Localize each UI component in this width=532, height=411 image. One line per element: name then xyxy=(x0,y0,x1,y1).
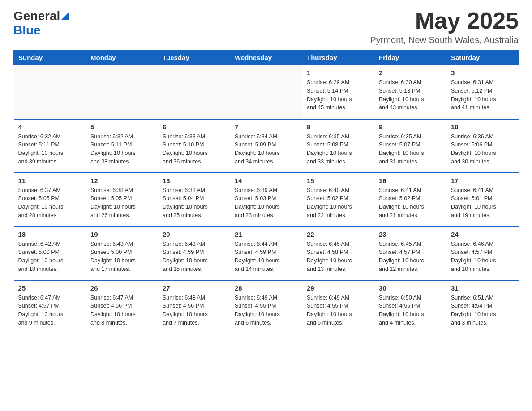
logo: General Blue xyxy=(13,9,69,38)
calendar-cell: 15Sunrise: 6:40 AM Sunset: 5:02 PM Dayli… xyxy=(302,173,374,227)
day-number: 24 xyxy=(451,231,514,238)
calendar-cell: 31Sunrise: 6:51 AM Sunset: 4:54 PM Dayli… xyxy=(446,280,519,334)
calendar-week-row: 4Sunrise: 6:32 AM Sunset: 5:11 PM Daylig… xyxy=(14,119,519,173)
day-info: Sunrise: 6:31 AM Sunset: 5:12 PM Dayligh… xyxy=(451,78,514,112)
logo-triangle-icon xyxy=(61,12,69,20)
calendar-cell: 14Sunrise: 6:39 AM Sunset: 5:03 PM Dayli… xyxy=(230,173,302,227)
day-info: Sunrise: 6:43 AM Sunset: 5:00 PM Dayligh… xyxy=(90,240,153,274)
calendar-cell xyxy=(86,65,158,119)
day-number: 28 xyxy=(235,284,297,292)
day-info: Sunrise: 6:38 AM Sunset: 5:05 PM Dayligh… xyxy=(90,186,153,220)
day-info: Sunrise: 6:39 AM Sunset: 5:03 PM Dayligh… xyxy=(235,186,297,220)
logo-text-area: General Blue xyxy=(13,9,69,38)
calendar-cell xyxy=(158,65,230,119)
day-info: Sunrise: 6:38 AM Sunset: 5:04 PM Dayligh… xyxy=(163,186,225,220)
day-info: Sunrise: 6:34 AM Sunset: 5:09 PM Dayligh… xyxy=(235,133,297,166)
calendar-cell: 11Sunrise: 6:37 AM Sunset: 5:05 PM Dayli… xyxy=(14,173,86,227)
calendar-week-row: 25Sunrise: 6:47 AM Sunset: 4:57 PM Dayli… xyxy=(14,280,519,334)
calendar-cell: 12Sunrise: 6:38 AM Sunset: 5:05 PM Dayli… xyxy=(86,173,158,227)
day-number: 20 xyxy=(163,231,225,238)
day-info: Sunrise: 6:32 AM Sunset: 5:11 PM Dayligh… xyxy=(18,133,82,166)
day-number: 4 xyxy=(18,123,82,131)
day-info: Sunrise: 6:49 AM Sunset: 4:55 PM Dayligh… xyxy=(235,294,297,327)
day-info: Sunrise: 6:37 AM Sunset: 5:05 PM Dayligh… xyxy=(18,186,82,220)
calendar-cell: 10Sunrise: 6:36 AM Sunset: 5:06 PM Dayli… xyxy=(446,119,519,173)
day-number: 19 xyxy=(90,231,153,238)
calendar-cell xyxy=(14,65,86,119)
subtitle: Pyrmont, New South Wales, Australia xyxy=(370,35,519,45)
day-info: Sunrise: 6:43 AM Sunset: 4:59 PM Dayligh… xyxy=(163,240,225,274)
day-info: Sunrise: 6:33 AM Sunset: 5:10 PM Dayligh… xyxy=(163,133,225,166)
day-of-week-header: Thursday xyxy=(302,50,374,65)
calendar-cell xyxy=(230,65,302,119)
day-number: 22 xyxy=(307,231,369,238)
day-info: Sunrise: 6:51 AM Sunset: 4:54 PM Dayligh… xyxy=(451,294,514,327)
calendar-cell: 29Sunrise: 6:49 AM Sunset: 4:55 PM Dayli… xyxy=(302,280,374,334)
calendar-cell: 3Sunrise: 6:31 AM Sunset: 5:12 PM Daylig… xyxy=(446,65,519,119)
calendar-cell: 13Sunrise: 6:38 AM Sunset: 5:04 PM Dayli… xyxy=(158,173,230,227)
day-info: Sunrise: 6:35 AM Sunset: 5:08 PM Dayligh… xyxy=(307,133,369,166)
calendar-cell: 7Sunrise: 6:34 AM Sunset: 5:09 PM Daylig… xyxy=(230,119,302,173)
calendar-cell: 18Sunrise: 6:42 AM Sunset: 5:00 PM Dayli… xyxy=(14,227,86,280)
svg-marker-0 xyxy=(61,12,69,20)
calendar-cell: 21Sunrise: 6:44 AM Sunset: 4:59 PM Dayli… xyxy=(230,227,302,280)
day-number: 18 xyxy=(18,231,82,238)
day-number: 2 xyxy=(379,69,442,77)
day-of-week-header: Saturday xyxy=(446,50,519,65)
calendar-table: SundayMondayTuesdayWednesdayThursdayFrid… xyxy=(13,50,519,334)
day-info: Sunrise: 6:29 AM Sunset: 5:14 PM Dayligh… xyxy=(307,78,369,112)
calendar-cell: 20Sunrise: 6:43 AM Sunset: 4:59 PM Dayli… xyxy=(158,227,230,280)
day-info: Sunrise: 6:48 AM Sunset: 4:56 PM Dayligh… xyxy=(163,294,225,327)
day-number: 13 xyxy=(163,177,225,184)
day-info: Sunrise: 6:49 AM Sunset: 4:55 PM Dayligh… xyxy=(307,294,369,327)
calendar-cell: 23Sunrise: 6:45 AM Sunset: 4:57 PM Dayli… xyxy=(374,227,446,280)
day-info: Sunrise: 6:42 AM Sunset: 5:00 PM Dayligh… xyxy=(18,240,82,274)
day-of-week-header: Friday xyxy=(374,50,446,65)
calendar-cell: 26Sunrise: 6:47 AM Sunset: 4:56 PM Dayli… xyxy=(86,280,158,334)
day-number: 16 xyxy=(379,177,442,184)
month-title: May 2025 xyxy=(370,9,519,32)
day-number: 12 xyxy=(90,177,153,184)
day-number: 10 xyxy=(451,123,514,131)
day-info: Sunrise: 6:47 AM Sunset: 4:57 PM Dayligh… xyxy=(18,294,82,327)
calendar-cell: 1Sunrise: 6:29 AM Sunset: 5:14 PM Daylig… xyxy=(302,65,374,119)
day-number: 8 xyxy=(307,123,369,131)
day-info: Sunrise: 6:45 AM Sunset: 4:57 PM Dayligh… xyxy=(379,240,442,274)
day-number: 5 xyxy=(90,123,153,131)
calendar-cell: 6Sunrise: 6:33 AM Sunset: 5:10 PM Daylig… xyxy=(158,119,230,173)
day-info: Sunrise: 6:45 AM Sunset: 4:58 PM Dayligh… xyxy=(307,240,369,274)
day-info: Sunrise: 6:46 AM Sunset: 4:57 PM Dayligh… xyxy=(451,240,514,274)
calendar-cell: 19Sunrise: 6:43 AM Sunset: 5:00 PM Dayli… xyxy=(86,227,158,280)
day-number: 6 xyxy=(163,123,225,131)
calendar-cell: 8Sunrise: 6:35 AM Sunset: 5:08 PM Daylig… xyxy=(302,119,374,173)
day-info: Sunrise: 6:41 AM Sunset: 5:02 PM Dayligh… xyxy=(379,186,442,220)
calendar-cell: 24Sunrise: 6:46 AM Sunset: 4:57 PM Dayli… xyxy=(446,227,519,280)
day-info: Sunrise: 6:30 AM Sunset: 5:13 PM Dayligh… xyxy=(379,78,442,112)
day-number: 29 xyxy=(307,284,369,292)
day-number: 7 xyxy=(235,123,297,131)
day-number: 23 xyxy=(379,231,442,238)
day-info: Sunrise: 6:36 AM Sunset: 5:06 PM Dayligh… xyxy=(451,133,514,166)
day-of-week-header: Sunday xyxy=(14,50,86,65)
day-info: Sunrise: 6:47 AM Sunset: 4:56 PM Dayligh… xyxy=(90,294,153,327)
title-area: May 2025 Pyrmont, New South Wales, Austr… xyxy=(370,9,519,45)
day-number: 27 xyxy=(163,284,225,292)
calendar-header: SundayMondayTuesdayWednesdayThursdayFrid… xyxy=(14,50,519,65)
day-of-week-header: Tuesday xyxy=(158,50,230,65)
calendar-cell: 5Sunrise: 6:32 AM Sunset: 5:11 PM Daylig… xyxy=(86,119,158,173)
day-info: Sunrise: 6:44 AM Sunset: 4:59 PM Dayligh… xyxy=(235,240,297,274)
day-info: Sunrise: 6:32 AM Sunset: 5:11 PM Dayligh… xyxy=(90,133,153,166)
calendar-cell: 4Sunrise: 6:32 AM Sunset: 5:11 PM Daylig… xyxy=(14,119,86,173)
calendar-week-row: 11Sunrise: 6:37 AM Sunset: 5:05 PM Dayli… xyxy=(14,173,519,227)
day-of-week-header: Monday xyxy=(86,50,158,65)
day-info: Sunrise: 6:41 AM Sunset: 5:01 PM Dayligh… xyxy=(451,186,514,220)
day-info: Sunrise: 6:40 AM Sunset: 5:02 PM Dayligh… xyxy=(307,186,369,220)
calendar-cell: 2Sunrise: 6:30 AM Sunset: 5:13 PM Daylig… xyxy=(374,65,446,119)
day-number: 17 xyxy=(451,177,514,184)
calendar-cell: 30Sunrise: 6:50 AM Sunset: 4:55 PM Dayli… xyxy=(374,280,446,334)
day-number: 26 xyxy=(90,284,153,292)
calendar-cell: 17Sunrise: 6:41 AM Sunset: 5:01 PM Dayli… xyxy=(446,173,519,227)
calendar-body: 1Sunrise: 6:29 AM Sunset: 5:14 PM Daylig… xyxy=(14,65,519,334)
logo-blue: Blue xyxy=(13,23,41,37)
day-number: 15 xyxy=(307,177,369,184)
